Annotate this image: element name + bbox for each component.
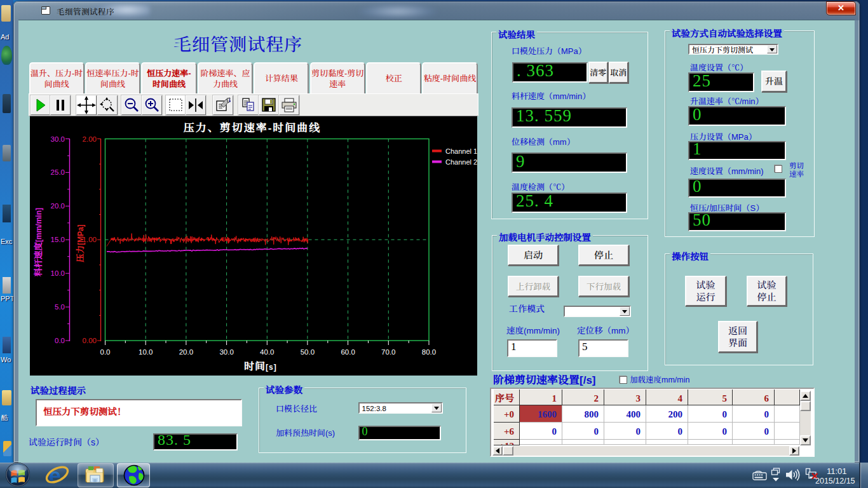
svg-text:2.00: 2.00 <box>83 135 97 142</box>
svg-text:15.0: 15.0 <box>51 236 65 243</box>
svg-text:Channel 2: Channel 2 <box>445 158 477 165</box>
svg-text:压力、剪切速率-时间曲线: 压力、剪切速率-时间曲线 <box>184 119 322 135</box>
svg-text:20.0: 20.0 <box>51 202 65 210</box>
svg-text:50.0: 50.0 <box>301 348 315 356</box>
svg-text:5.0: 5.0 <box>55 303 65 311</box>
svg-text:30.0: 30.0 <box>219 348 233 356</box>
svg-text:0.0: 0.0 <box>55 337 65 344</box>
svg-text:20.0: 20.0 <box>179 348 193 356</box>
svg-text:Channel 1: Channel 1 <box>445 147 477 154</box>
svg-text:0.00: 0.00 <box>83 337 97 344</box>
svg-text:0.0: 0.0 <box>100 348 111 356</box>
svg-text:10.0: 10.0 <box>51 269 65 277</box>
svg-text:80.0: 80.0 <box>422 348 436 356</box>
svg-text:1.00: 1.00 <box>83 236 97 243</box>
svg-text:70.0: 70.0 <box>381 348 395 356</box>
svg-text:30.0: 30.0 <box>51 135 65 142</box>
svg-text:60.0: 60.0 <box>341 348 355 356</box>
svg-text:25.0: 25.0 <box>51 168 65 176</box>
svg-text:40.0: 40.0 <box>260 348 274 356</box>
svg-text:10.0: 10.0 <box>139 348 153 356</box>
